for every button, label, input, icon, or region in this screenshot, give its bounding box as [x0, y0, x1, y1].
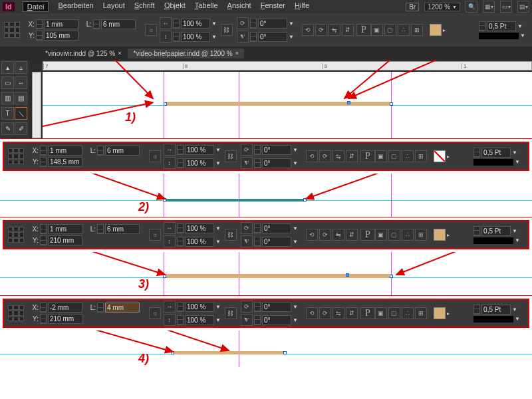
rot-spinner[interactable]	[250, 19, 257, 29]
flip-h-icon[interactable]: ⇋	[329, 24, 340, 36]
stroke-weight-field[interactable]: 0,5 Pt	[481, 305, 511, 315]
close-icon[interactable]: ×	[235, 50, 239, 57]
direct-selection-tool[interactable]: ▵	[15, 61, 27, 74]
tab-vinovivir[interactable]: *vinovivir.indd @ 125 %×	[40, 49, 126, 59]
link-icon[interactable]: ⛓	[225, 307, 237, 319]
fill-dropdown-icon[interactable]: ▸	[443, 27, 446, 33]
type-tool[interactable]: T	[1, 107, 14, 120]
l-field[interactable]: 4 mm	[105, 303, 140, 313]
search-icon[interactable]: 🔍	[466, 1, 477, 13]
stroke-style[interactable]	[479, 33, 519, 39]
menu-fenster[interactable]: Fenster	[261, 1, 285, 12]
menu-hilfe[interactable]: Hilfe	[295, 1, 309, 12]
ruler-horizontal[interactable]: 7891	[43, 61, 532, 70]
tab-video-briefpapier[interactable]: *video-briefpapier.indd @ 1200 %×	[128, 49, 243, 59]
canvas-step-4[interactable]: 4)	[0, 331, 532, 367]
flip-v-icon[interactable]: ⇵	[342, 24, 354, 36]
pen-tool[interactable]: ✎	[1, 122, 14, 135]
line-object[interactable]	[165, 274, 391, 278]
selection-handle[interactable]	[303, 198, 307, 201]
rotate-ccw-icon[interactable]: ⟲	[302, 24, 314, 36]
bridge-button[interactable]: Br	[406, 3, 419, 11]
y-field[interactable]: 148,5 mm	[48, 157, 82, 167]
canvas[interactable]: 7891	[29, 60, 532, 138]
gap-tool[interactable]: ↔	[15, 76, 27, 89]
view-options-icon[interactable]: ▦▾	[483, 1, 495, 13]
x-field[interactable]: 1 mm	[48, 146, 82, 156]
menu-datei[interactable]: Datei	[23, 1, 49, 12]
menu-tabelle[interactable]: Tabelle	[195, 1, 218, 12]
selection-handle[interactable]	[283, 351, 287, 354]
menu-objekt[interactable]: Objekt	[164, 1, 186, 12]
shear-spinner[interactable]	[250, 32, 257, 42]
rotate-field[interactable]: 0°	[262, 145, 291, 155]
l-field[interactable]: 6 mm	[105, 224, 140, 234]
selection-handle[interactable]	[346, 273, 349, 277]
stroke-weight-field[interactable]: 0,5 Pt	[481, 148, 511, 158]
selection-handle[interactable]	[163, 275, 166, 278]
l-field[interactable]: 6 mm	[105, 146, 140, 156]
x-field[interactable]: 1 mm	[44, 19, 78, 29]
select-container-icon[interactable]: ▣	[371, 24, 383, 36]
menu-schrift[interactable]: Schrift	[134, 1, 155, 12]
canvas-step-2[interactable]: 2)	[0, 174, 532, 217]
stroke-weight-field[interactable]: 0,5 Pt	[487, 21, 516, 31]
content-collector-tool[interactable]: ▥	[1, 92, 14, 104]
menu-layout[interactable]: Layout	[103, 1, 125, 12]
y-field[interactable]: 210 mm	[48, 314, 82, 324]
line-tool[interactable]: ＼	[15, 107, 27, 120]
scale-x-field[interactable]: 100 %	[185, 145, 214, 155]
selection-handle[interactable]	[347, 101, 350, 104]
arrange-icon[interactable]: ▤▾	[517, 1, 529, 13]
node-icon[interactable]: ∴	[398, 24, 410, 36]
rotate-field[interactable]: 0°	[258, 19, 287, 29]
screen-mode-icon[interactable]: ▭▾	[500, 1, 512, 13]
fill-swatch[interactable]	[434, 150, 446, 162]
shear-field[interactable]: 0°	[262, 158, 291, 168]
x-spinner[interactable]	[36, 19, 43, 29]
menu-bearbeiten[interactable]: Bearbeiten	[58, 1, 93, 12]
dropdown-icon[interactable]: ▼	[211, 21, 217, 27]
selection-handle[interactable]	[390, 275, 393, 278]
ruler-vertical[interactable]	[32, 72, 41, 138]
line-object[interactable]	[165, 102, 391, 106]
page-tool[interactable]: ▭	[1, 76, 14, 89]
selection-handle[interactable]	[163, 198, 166, 201]
selection-handle[interactable]	[171, 351, 174, 354]
selection-tool[interactable]: ▴	[1, 61, 14, 74]
content-placer-tool[interactable]: ▤	[15, 92, 27, 104]
reference-point[interactable]	[4, 22, 20, 38]
fill-swatch[interactable]	[430, 24, 442, 36]
fill-swatch[interactable]	[434, 229, 446, 241]
select-content-icon[interactable]: ▢	[384, 24, 396, 36]
bulb-icon[interactable]: ☼	[145, 24, 157, 36]
stroke-style[interactable]	[473, 159, 513, 166]
stroke-weight-field[interactable]: 0,5 Pt	[481, 226, 511, 236]
reference-point[interactable]	[8, 227, 24, 243]
scale-x-field[interactable]: 100 %	[181, 19, 210, 29]
l-field[interactable]: 6 mm	[101, 19, 136, 29]
y-field[interactable]: 105 mm	[44, 31, 78, 41]
line-object[interactable]	[173, 351, 285, 354]
shear-field[interactable]: 0°	[258, 32, 287, 42]
fill-swatch[interactable]	[434, 307, 446, 319]
pencil-tool[interactable]: ✐	[15, 122, 27, 135]
scale-y-field[interactable]: 100 %	[185, 158, 214, 168]
y-spinner[interactable]	[36, 31, 43, 41]
link-icon[interactable]: ⛓	[225, 229, 237, 241]
menu-ansicht[interactable]: Ansicht	[227, 1, 251, 12]
link-icon[interactable]: ⛓	[221, 24, 233, 36]
rotate-cw-icon[interactable]: ⟳	[315, 24, 327, 36]
reference-point[interactable]	[8, 148, 24, 164]
x-field[interactable]: -2 mm	[48, 303, 82, 313]
close-icon[interactable]: ×	[118, 50, 121, 57]
bulb-icon[interactable]: ☼	[149, 150, 161, 162]
l-spinner[interactable]	[93, 19, 100, 29]
scalex-spinner[interactable]	[173, 19, 180, 29]
canvas-step-3[interactable]: 3)	[0, 252, 532, 295]
link-icon[interactable]: ⛓	[225, 150, 237, 162]
line-object[interactable]	[165, 199, 305, 201]
selection-handle[interactable]	[390, 102, 393, 106]
x-field[interactable]: 1 mm	[48, 224, 82, 234]
dropdown-icon[interactable]: ▼	[211, 34, 217, 40]
